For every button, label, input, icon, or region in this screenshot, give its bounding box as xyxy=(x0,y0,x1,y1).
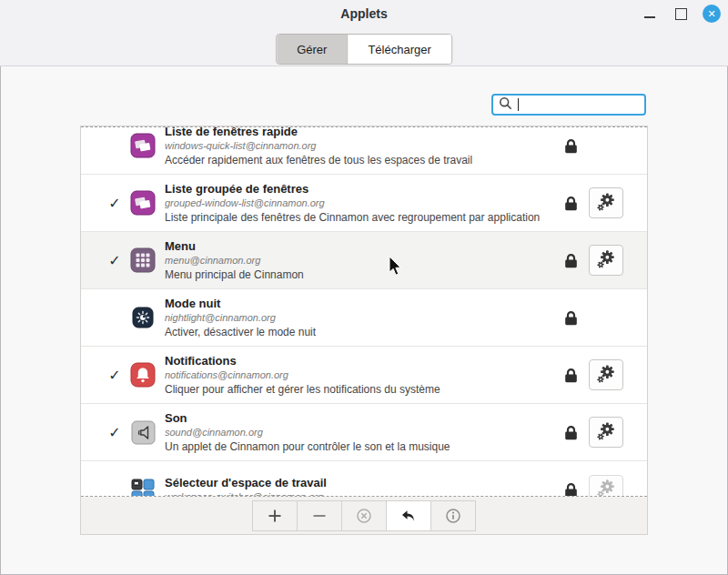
applet-info: Liste groupée de fenêtres grouped-window… xyxy=(165,182,540,225)
lock-icon xyxy=(564,253,578,268)
applet-description: Cliquer pour afficher et gérer les notif… xyxy=(165,382,440,397)
applet-info: Sélecteur d'espace de travail workspace-… xyxy=(165,476,327,497)
menu-icon xyxy=(130,247,156,273)
lock-icon xyxy=(564,138,578,154)
applet-uuid: workspace-switcher@cinnamon.org xyxy=(165,490,327,497)
settings-spacer xyxy=(589,130,623,161)
view-switcher: Gérer Télécharger xyxy=(276,34,452,65)
applet-info: Mode nuit nightlight@cinnamon.org Active… xyxy=(165,297,316,339)
applet-title: Menu xyxy=(165,239,304,254)
applet-settings-button[interactable] xyxy=(589,187,623,218)
about-button[interactable] xyxy=(430,500,476,531)
enabled-check-icon: ✓ xyxy=(99,252,130,269)
applet-uuid: notifications@cinnamon.org xyxy=(165,368,440,382)
close-button[interactable]: ✕ xyxy=(703,5,721,23)
minus-icon xyxy=(311,508,328,524)
applet-description: Liste principale des fenêtres de Cinnamo… xyxy=(165,210,540,225)
applet-description: Menu principal de Cinnamon xyxy=(165,267,304,282)
applet-uuid: sound@cinnamon.org xyxy=(165,426,450,439)
tab-manage[interactable]: Gérer xyxy=(277,35,347,64)
lock-icon xyxy=(564,196,578,211)
add-button[interactable] xyxy=(252,500,298,531)
applet-uuid: grouped-window-list@cinnamon.org xyxy=(165,197,540,210)
minimize-icon xyxy=(644,16,655,18)
applet-row[interactable]: Sélecteur d'espace de travail workspace-… xyxy=(81,461,647,497)
lock-icon xyxy=(564,425,578,440)
enabled-check-icon: ✓ xyxy=(99,424,130,441)
maximize-button[interactable] xyxy=(672,5,690,23)
applet-settings-button[interactable] xyxy=(589,417,623,448)
applet-uuid: nightlight@cinnamon.org xyxy=(165,311,316,325)
maximize-icon xyxy=(675,8,687,20)
gear-icon xyxy=(596,421,616,444)
remove-button[interactable] xyxy=(297,500,342,531)
applet-row[interactable]: Mode nuit nightlight@cinnamon.org Active… xyxy=(81,289,647,347)
enabled-check-icon: ✓ xyxy=(99,195,130,212)
applet-row[interactable]: ✓ Son sound@cinnamon.org Un applet de Ci… xyxy=(81,404,647,461)
lock-icon xyxy=(564,310,578,326)
applet-title: Notifications xyxy=(165,354,440,368)
applet-panel: Liste de fenêtres rapide windows-quick-l… xyxy=(80,126,648,535)
enabled-check-icon: ✓ xyxy=(99,367,130,384)
applet-description: Un applet de Cinnamon pour contrôler le … xyxy=(165,439,450,454)
applet-settings-button[interactable] xyxy=(589,475,623,498)
window-controls: ✕ xyxy=(641,0,721,27)
applet-uuid: windows-quick-list@cinnamon.org xyxy=(165,139,472,153)
bottom-toolbar xyxy=(81,497,647,534)
applet-row[interactable]: ✓ Notifications notifications@cinnamon.o… xyxy=(81,347,647,404)
applet-list[interactable]: Liste de fenêtres rapide windows-quick-l… xyxy=(81,126,647,497)
plus-icon xyxy=(267,508,283,524)
gear-icon xyxy=(596,192,616,215)
applet-info: Son sound@cinnamon.org Un applet de Cinn… xyxy=(165,411,450,454)
sound-icon xyxy=(130,419,156,445)
applet-title: Son xyxy=(165,411,450,426)
lock-icon xyxy=(564,482,578,497)
applet-row[interactable]: ✓ Menu menu@cinnamon.org Menu principal … xyxy=(81,232,647,289)
applet-title: Liste de fenêtres rapide xyxy=(165,126,472,139)
applet-settings-button[interactable] xyxy=(589,245,623,276)
minimize-button[interactable] xyxy=(641,5,659,23)
nightlight-icon xyxy=(130,305,156,330)
info-icon xyxy=(445,508,461,524)
uninstall-button[interactable] xyxy=(341,500,387,531)
search-input[interactable] xyxy=(491,94,646,116)
search-icon xyxy=(499,96,512,114)
applet-title: Mode nuit xyxy=(165,297,316,311)
window-list-icon xyxy=(130,133,156,158)
applet-title: Liste groupée de fenêtres xyxy=(165,182,540,197)
circled-x-icon xyxy=(356,508,372,524)
notifications-icon xyxy=(130,362,156,388)
applet-description: Accéder rapidement aux fenêtres de tous … xyxy=(165,153,472,167)
window-list-icon xyxy=(130,190,156,216)
applet-row[interactable]: ✓ Liste groupée de fenêtres grouped-wind… xyxy=(81,175,647,232)
undo-icon xyxy=(399,508,418,524)
applet-info: Notifications notifications@cinnamon.org… xyxy=(165,354,440,397)
applet-title: Sélecteur d'espace de travail xyxy=(165,476,327,490)
gear-icon xyxy=(596,479,616,497)
applet-settings-button[interactable] xyxy=(589,359,623,390)
workspace-switcher-icon xyxy=(130,478,156,498)
applet-uuid: menu@cinnamon.org xyxy=(165,254,304,267)
tab-download[interactable]: Télécharger xyxy=(347,35,450,64)
applet-description: Activer, désactiver le mode nuit xyxy=(165,325,316,339)
applet-info: Menu menu@cinnamon.org Menu principal de… xyxy=(165,239,304,282)
window-header: Applets ✕ Gérer Télécharger xyxy=(0,0,728,66)
close-icon: ✕ xyxy=(707,9,715,19)
text-caret xyxy=(518,98,519,111)
window-title: Applets xyxy=(0,6,728,21)
titlebar[interactable]: Applets ✕ xyxy=(0,0,728,27)
applet-info: Liste de fenêtres rapide windows-quick-l… xyxy=(165,126,472,167)
gear-icon xyxy=(596,249,616,272)
gear-icon xyxy=(596,364,616,387)
applets-window: { "window": { "title": "Applets", "contr… xyxy=(0,0,728,575)
applet-row[interactable]: Liste de fenêtres rapide windows-quick-l… xyxy=(81,126,647,175)
undo-button[interactable] xyxy=(386,500,431,531)
settings-spacer xyxy=(589,302,623,333)
lock-icon xyxy=(564,368,578,383)
